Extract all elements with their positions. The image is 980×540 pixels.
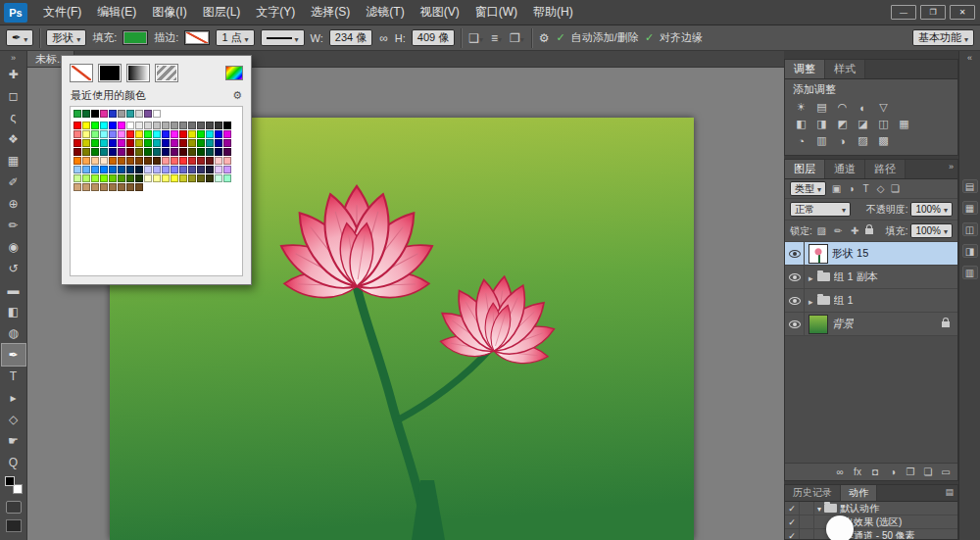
channel-mixer-icon[interactable]: ◫: [875, 117, 892, 131]
color-swatch[interactable]: [126, 166, 134, 173]
action-dialog-toggle[interactable]: [800, 502, 814, 515]
color-swatch[interactable]: [144, 148, 152, 156]
color-swatch[interactable]: [91, 166, 99, 173]
color-swatch[interactable]: [206, 139, 214, 147]
color-swatch[interactable]: [179, 130, 187, 138]
hue-saturation-icon[interactable]: ◧: [793, 117, 809, 131]
color-swatch[interactable]: [109, 174, 117, 182]
color-swatch[interactable]: [171, 148, 178, 156]
color-swatch[interactable]: [118, 148, 125, 156]
menu-item[interactable]: 文字(Y): [248, 4, 303, 21]
color-swatch[interactable]: [82, 130, 90, 138]
opacity-select[interactable]: 100%: [910, 202, 953, 217]
move-tool[interactable]: ✚: [2, 64, 25, 85]
color-swatch[interactable]: [74, 110, 81, 118]
color-swatch[interactable]: [153, 139, 161, 147]
panel-menu-icon[interactable]: [945, 160, 957, 178]
layer-row[interactable]: 组 1: [785, 289, 957, 313]
eraser-tool[interactable]: ▬: [2, 279, 25, 301]
color-swatch[interactable]: [91, 139, 99, 147]
color-swatch[interactable]: [179, 139, 187, 147]
color-swatch[interactable]: [153, 157, 161, 165]
shape-tool[interactable]: ◇: [2, 409, 25, 430]
color-swatch[interactable]: [179, 174, 187, 182]
photo-filter-icon[interactable]: ◪: [855, 117, 871, 131]
color-swatch[interactable]: [144, 174, 152, 182]
color-swatch[interactable]: [188, 157, 196, 165]
delete-layer-icon[interactable]: ▭: [940, 466, 952, 477]
color-swatch[interactable]: [215, 130, 222, 138]
hand-tool[interactable]: ☛: [2, 430, 25, 452]
dock-expand-button[interactable]: [967, 51, 972, 64]
color-swatch[interactable]: [91, 174, 99, 182]
color-swatch[interactable]: [223, 174, 231, 182]
color-swatch[interactable]: [223, 148, 231, 156]
collapsed-info-panel-icon[interactable]: ◫: [962, 222, 978, 236]
healing-brush-tool[interactable]: ⊕: [2, 193, 25, 215]
new-layer-icon[interactable]: ❏: [922, 466, 934, 477]
quick-mask-button[interactable]: [6, 501, 22, 514]
color-swatch[interactable]: [135, 130, 143, 138]
no-color-button[interactable]: [70, 64, 93, 82]
color-swatch[interactable]: [171, 122, 178, 129]
tab-channels[interactable]: 通道: [825, 160, 865, 178]
lasso-tool[interactable]: ς: [2, 107, 25, 128]
color-swatch[interactable]: [197, 157, 205, 165]
color-swatch[interactable]: [162, 174, 170, 182]
color-swatch[interactable]: [153, 166, 161, 173]
color-swatch[interactable]: [197, 148, 205, 156]
color-swatch[interactable]: [153, 130, 161, 138]
minimize-button[interactable]: —: [891, 5, 916, 20]
layer-filter-select[interactable]: 类型: [790, 181, 826, 196]
filter-smart-objects-icon[interactable]: ❏: [889, 183, 902, 194]
color-swatch[interactable]: [162, 139, 170, 147]
color-swatch[interactable]: [91, 148, 99, 156]
gradient-map-icon[interactable]: ▨: [855, 133, 871, 148]
color-swatch[interactable]: [162, 166, 170, 173]
color-swatch[interactable]: [215, 174, 222, 182]
color-swatch[interactable]: [91, 157, 99, 165]
path-alignment-button[interactable]: ≡: [490, 31, 503, 45]
layer-row[interactable]: 背景: [785, 313, 957, 336]
color-swatch[interactable]: [179, 157, 187, 165]
tab-actions[interactable]: 动作: [841, 485, 877, 501]
stroke-type-select[interactable]: [261, 29, 305, 46]
color-swatch[interactable]: [82, 166, 90, 173]
color-swatch[interactable]: [135, 139, 143, 147]
lock-all-icon[interactable]: [865, 228, 873, 234]
history-brush-tool[interactable]: ↺: [2, 258, 25, 279]
menu-item[interactable]: 帮助(H): [525, 4, 581, 21]
marquee-tool[interactable]: ◻: [2, 85, 25, 107]
color-picker-button[interactable]: [225, 66, 243, 80]
color-swatch[interactable]: [118, 166, 125, 173]
color-swatch[interactable]: [82, 183, 90, 191]
lock-position-icon[interactable]: ✚: [849, 225, 861, 236]
color-swatch[interactable]: [215, 139, 222, 147]
color-swatch[interactable]: [100, 122, 108, 129]
color-swatch[interactable]: [162, 157, 170, 165]
path-operations-button[interactable]: ❑: [467, 31, 484, 45]
color-swatch[interactable]: [126, 122, 134, 129]
color-lookup-icon[interactable]: ▦: [896, 117, 912, 131]
collapsed-character-panel-icon[interactable]: ◨: [962, 244, 978, 258]
color-swatch[interactable]: [91, 130, 99, 138]
color-swatch[interactable]: [223, 166, 231, 173]
color-swatch[interactable]: [135, 174, 143, 182]
solid-color-button[interactable]: [98, 64, 122, 82]
color-swatch[interactable]: [74, 174, 81, 182]
color-swatch[interactable]: [162, 130, 170, 138]
color-swatch[interactable]: [188, 139, 196, 147]
layer-style-icon[interactable]: fx: [852, 466, 863, 477]
color-swatch[interactable]: [100, 130, 108, 138]
color-swatch[interactable]: [171, 166, 178, 173]
color-swatch[interactable]: [206, 148, 214, 156]
filter-shape-layers-icon[interactable]: ◇: [874, 183, 887, 194]
color-swatch[interactable]: [206, 122, 214, 129]
color-swatch[interactable]: [118, 183, 125, 191]
black-white-icon[interactable]: ◩: [834, 117, 851, 131]
color-swatch[interactable]: [100, 148, 108, 156]
color-swatch[interactable]: [100, 166, 108, 173]
color-swatch[interactable]: [109, 130, 117, 138]
color-swatch[interactable]: [100, 183, 108, 191]
height-input[interactable]: 409 像: [412, 29, 455, 46]
